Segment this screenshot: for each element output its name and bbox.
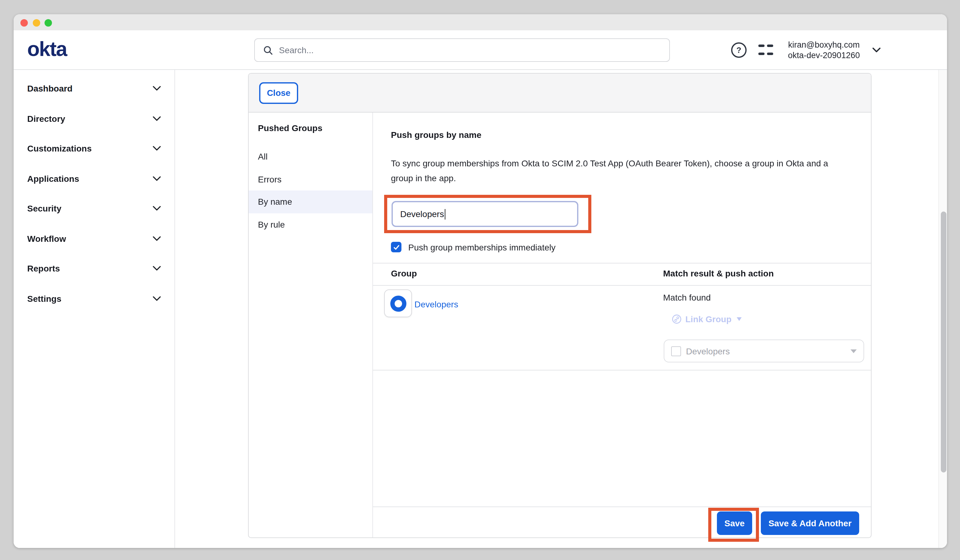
subnav-item-by-name[interactable]: By name [249,190,372,213]
footer-divider [373,507,871,507]
push-by-name-section: Push groups by name To sync group member… [373,112,871,538]
sidebar-item-customizations[interactable]: Customizations [14,134,174,163]
main-sidebar: Dashboard Directory Customizations Appli… [14,70,175,548]
app-header: okta Search... ? kiran@boxyhq.com okta-d… [14,30,947,70]
divider [373,370,871,370]
account-email: kiran@boxyhq.com [781,39,867,50]
chevron-down-icon [153,296,161,301]
app-window: okta Search... ? kiran@boxyhq.com okta-d… [14,14,947,548]
subnav-item-by-rule[interactable]: By rule [249,213,372,236]
push-immediately-checkbox[interactable] [391,242,402,252]
vertical-scrollbar [938,70,947,548]
column-header-match: Match result & push action [663,269,774,278]
target-group-value: Developers [686,346,730,356]
link-group-caret-icon [736,317,741,321]
sidebar-item-dashboard[interactable]: Dashboard [14,74,174,104]
search-input[interactable]: Search... [254,38,670,62]
sidebar-item-settings[interactable]: Settings [14,283,174,314]
chevron-down-icon [153,146,161,151]
chevron-down-icon [153,266,161,271]
annotation-highlight-input: Developers [384,195,591,233]
screenshot-stage: okta Search... ? kiran@boxyhq.com okta-d… [0,0,960,560]
link-icon [672,314,682,324]
sidebar-item-security[interactable]: Security [14,194,174,224]
chevron-down-icon [153,206,161,211]
scrollbar-thumb[interactable] [941,211,946,472]
okta-logo: okta [27,37,67,61]
match-result-text: Match found [663,293,711,302]
window-minimize-button[interactable] [33,19,40,26]
section-description: To sync group memberships from Okta to S… [391,156,852,186]
group-avatar [384,290,412,317]
close-button[interactable]: Close [259,82,298,104]
target-group-select[interactable]: Developers [664,339,864,362]
panel-header: Close [249,74,871,112]
group-link[interactable]: Developers [414,299,458,309]
search-icon [263,45,274,55]
section-heading: Push groups by name [391,130,482,140]
pushed-groups-panel: Close Pushed Groups All Errors By name B… [248,73,872,538]
apps-grid-icon[interactable] [758,42,773,57]
chevron-down-icon [153,116,161,121]
save-button[interactable]: Save [717,512,752,535]
subnav-heading: Pushed Groups [258,123,322,133]
account-org: okta-dev-20901260 [781,50,867,60]
text-cursor [445,209,445,219]
link-group-button[interactable]: Link Group [672,314,741,324]
push-immediately-row: Push group memberships immediately [391,242,555,252]
window-titlebar [14,14,947,30]
sidebar-item-directory[interactable]: Directory [14,104,174,134]
divider [373,263,871,264]
group-name-input[interactable]: Developers [392,201,578,227]
subnav-item-all[interactable]: All [249,146,372,168]
column-header-group: Group [391,269,417,278]
window-close-button[interactable] [21,19,28,26]
window-zoom-button[interactable] [45,19,52,26]
group-placeholder-icon [671,346,681,356]
push-immediately-label: Push group memberships immediately [408,242,555,252]
search-placeholder: Search... [279,45,314,55]
help-icon[interactable]: ? [731,42,747,58]
checkmark-icon [392,243,400,251]
sidebar-item-reports[interactable]: Reports [14,254,174,283]
pushed-groups-subnav: Pushed Groups All Errors By name By rule [249,112,373,538]
save-add-another-button[interactable]: Save & Add Another [761,512,859,535]
group-icon [390,295,406,311]
chevron-down-icon [153,86,161,91]
select-caret-icon [851,349,857,353]
app-body: Dashboard Directory Customizations Appli… [14,70,947,548]
subnav-item-errors[interactable]: Errors [249,168,372,190]
sidebar-item-applications[interactable]: Applications [14,163,174,194]
content-area: Close Pushed Groups All Errors By name B… [175,70,947,548]
account-menu[interactable]: kiran@boxyhq.com okta-dev-20901260 [781,39,867,60]
sidebar-item-workflow[interactable]: Workflow [14,224,174,254]
chevron-down-icon [153,236,161,241]
account-chevron-down-icon[interactable] [872,47,881,53]
chevron-down-icon [153,176,161,181]
group-name-value: Developers [400,209,444,219]
divider [373,285,871,286]
link-group-label: Link Group [685,314,731,324]
